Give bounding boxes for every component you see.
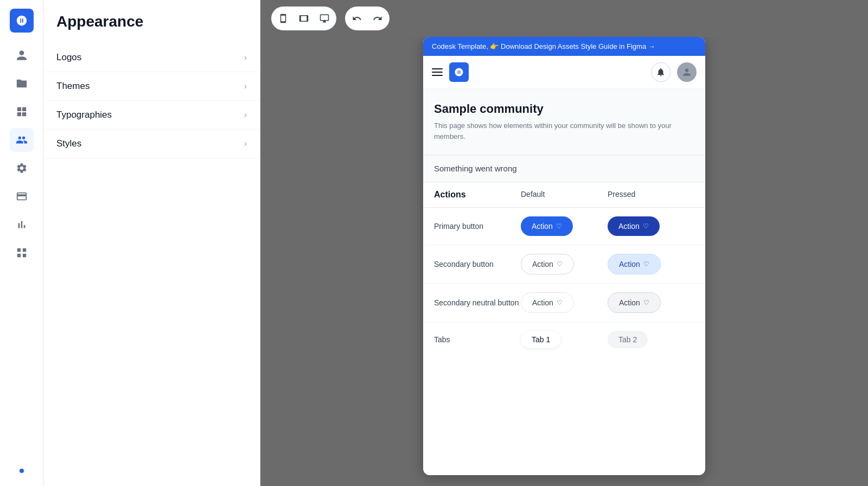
typographies-chevron-icon: ›: [244, 110, 247, 120]
preview-banner[interactable]: Codesk Template, 👉 Download Design Asset…: [423, 37, 705, 56]
primary-button-row: Primary button Action ♡ Action ♡: [423, 208, 705, 245]
heart-icon-primary-default: ♡: [556, 222, 562, 230]
tab-1-button[interactable]: Tab 1: [521, 331, 561, 348]
heart-icon-secondary-pressed: ♡: [643, 260, 649, 268]
primary-button-default[interactable]: Action ♡: [521, 216, 573, 236]
navbar-left: [432, 62, 469, 82]
device-btn-group: [271, 7, 336, 30]
pressed-col-header: Pressed: [608, 190, 694, 200]
secondary-button-pressed[interactable]: Action ♡: [608, 254, 661, 274]
hamburger-menu-icon[interactable]: [432, 68, 443, 76]
dot-indicator: [20, 469, 24, 473]
themes-nav-item[interactable]: Themes ›: [43, 72, 260, 101]
neutral-button-pressed[interactable]: Action ♡: [608, 292, 661, 313]
toolbar: [260, 0, 868, 37]
sidebar-item-grid[interactable]: [10, 241, 34, 265]
preview-page-description: This page shows how elements within your…: [434, 120, 694, 142]
tab-2-button[interactable]: Tab 2: [608, 331, 648, 348]
primary-button-pressed[interactable]: Action ♡: [608, 216, 660, 236]
heart-icon-neutral-pressed: ♡: [643, 299, 649, 306]
styles-nav-item[interactable]: Styles ›: [43, 130, 260, 158]
sidebar-item-groups[interactable]: [10, 128, 34, 152]
secondary-button-row: Secondary button Action ♡ Action ♡: [423, 245, 705, 284]
user-avatar: [677, 62, 697, 82]
preview-page-title: Sample community: [434, 102, 694, 116]
mobile-device-button[interactable]: [273, 9, 293, 28]
actions-table: Actions Default Pressed Primary button A…: [423, 182, 705, 357]
history-btn-group: [345, 7, 390, 30]
neutral-button-row: Secondary neutral button Action ♡ Action…: [423, 284, 705, 322]
themes-chevron-icon: ›: [244, 81, 247, 91]
typographies-nav-item[interactable]: Typographies ›: [43, 101, 260, 130]
preview-window: Codesk Template, 👉 Download Design Asset…: [423, 37, 705, 475]
canvas-area: Codesk Template, 👉 Download Design Asset…: [260, 0, 868, 486]
primary-button-label: Primary button: [434, 222, 521, 231]
logos-chevron-icon: ›: [244, 53, 247, 62]
app-logo[interactable]: [10, 9, 34, 33]
sidebar-item-user[interactable]: [10, 43, 34, 67]
sidebar-item-settings[interactable]: [10, 156, 34, 180]
sidebar-item-card[interactable]: [10, 184, 34, 208]
tabs-label: Tabs: [434, 335, 521, 344]
logos-nav-item[interactable]: Logos ›: [43, 43, 260, 72]
tablet-device-button[interactable]: [294, 9, 314, 28]
secondary-button-default[interactable]: Action ♡: [521, 254, 574, 274]
error-section: Something went wrong: [423, 155, 705, 182]
actions-table-header: Actions Default Pressed: [423, 182, 705, 208]
preview-container: Codesk Template, 👉 Download Design Asset…: [260, 37, 868, 486]
actions-col-header: Actions: [434, 190, 521, 200]
undo-button[interactable]: [347, 9, 367, 28]
heart-icon-secondary-default: ♡: [557, 260, 563, 268]
default-col-header: Default: [521, 190, 608, 200]
redo-button[interactable]: [368, 9, 387, 28]
secondary-button-label: Secondary button: [434, 260, 521, 268]
left-nav: Appearance Logos › Themes › Typographies…: [43, 0, 260, 486]
tabs-row: Tabs Tab 1 Tab 2: [423, 322, 705, 357]
error-text: Something went wrong: [434, 164, 517, 173]
heart-icon-primary-pressed: ♡: [643, 222, 649, 230]
heart-icon-neutral-default: ♡: [557, 299, 563, 306]
banner-text: Codesk Template, 👉 Download Design Asset…: [432, 42, 655, 50]
sidebar-item-folder[interactable]: [10, 72, 34, 95]
icon-sidebar: [0, 0, 43, 486]
preview-content: Sample community This page shows how ele…: [423, 89, 705, 155]
neutral-button-default[interactable]: Action ♡: [521, 292, 574, 313]
bell-button[interactable]: [651, 62, 671, 82]
styles-chevron-icon: ›: [244, 139, 247, 149]
preview-logo: [449, 62, 469, 82]
preview-navbar: [423, 56, 705, 89]
navbar-right: [651, 62, 697, 82]
page-title: Appearance: [43, 13, 260, 43]
desktop-device-button[interactable]: [315, 9, 334, 28]
neutral-button-label: Secondary neutral button: [434, 298, 521, 307]
sidebar-item-layout[interactable]: [10, 100, 34, 124]
sidebar-item-chart[interactable]: [10, 213, 34, 236]
